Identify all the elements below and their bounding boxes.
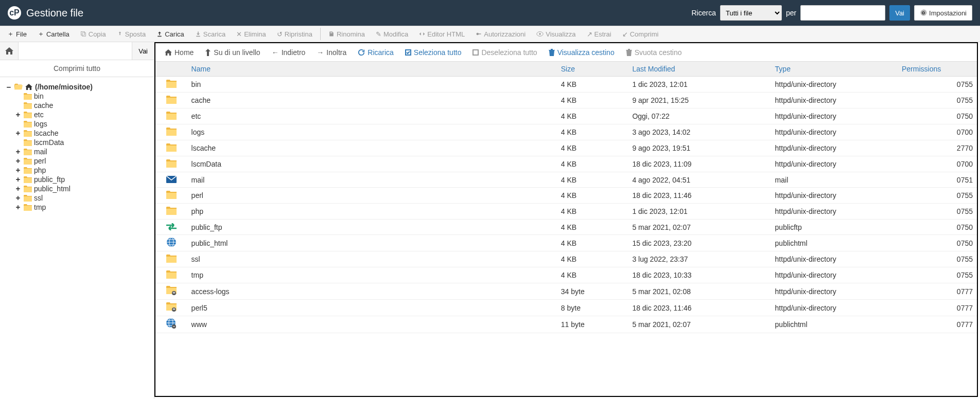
col-icon (155, 62, 187, 77)
table-row[interactable]: tmp4 KB18 dic 2023, 10:33httpd/unix-dire… (155, 267, 977, 283)
tree-item[interactable]: +php (14, 166, 149, 175)
col-modified-header[interactable]: Last Modified (628, 62, 771, 77)
expand-icon[interactable]: + (14, 194, 22, 202)
search-scope-select[interactable]: Tutti i file (720, 5, 782, 21)
view-button[interactable]: Visualizza (531, 28, 581, 40)
table-row[interactable]: etc4 KBOggi, 07:22httpd/unix-directory07… (155, 108, 977, 124)
cell-size: 11 byte (557, 316, 628, 333)
go-button[interactable]: Vai (889, 5, 910, 21)
cell-type: httpd/unix-directory (771, 251, 898, 267)
cell-type: publichtml (771, 316, 898, 333)
cell-size: 8 byte (557, 300, 628, 316)
key-icon (476, 31, 482, 37)
expand-icon[interactable]: + (14, 129, 22, 137)
expand-icon[interactable]: + (14, 175, 22, 184)
col-permissions-header[interactable]: Permissions (898, 62, 977, 77)
settings-button[interactable]: Impostazioni (914, 5, 972, 21)
table-row[interactable]: public_ftp4 KB5 mar 2021, 02:07publicftp… (155, 220, 977, 235)
move-button[interactable]: Sposta (112, 28, 151, 40)
tree-item[interactable]: +public_ftp (14, 175, 149, 184)
table-row[interactable]: perl58 byte18 dic 2023, 11:46httpd/unix-… (155, 300, 977, 316)
nav-forward-button[interactable]: →Inoltra (311, 46, 352, 59)
tree-item[interactable]: +ssl (14, 193, 149, 203)
search-input[interactable] (800, 5, 885, 21)
copy-button[interactable]: Copia (75, 28, 111, 40)
table-row[interactable]: ssl4 KB3 lug 2022, 23:37httpd/unix-direc… (155, 251, 977, 267)
nav-select-all-button[interactable]: Seleziona tutto (400, 46, 467, 59)
table-row[interactable]: cache4 KB9 apr 2021, 15:25httpd/unix-dir… (155, 93, 977, 108)
edit-button[interactable]: ✎Modifica (371, 28, 413, 40)
tree-item-label: bin (34, 92, 44, 100)
col-name-header[interactable]: Name (187, 62, 557, 77)
folder-button[interactable]: ＋Cartella (32, 27, 75, 41)
table-row[interactable]: lscmData4 KB18 dic 2023, 11:09httpd/unix… (155, 156, 977, 172)
col-size-header[interactable]: Size (557, 62, 628, 77)
table-row[interactable]: lscache4 KB9 ago 2023, 19:51httpd/unix-d… (155, 140, 977, 156)
tree-root[interactable]: − (/home/miositoe) (5, 82, 149, 92)
upload-button[interactable]: Carica (151, 28, 189, 40)
html-editor-button[interactable]: Editor HTML (414, 28, 470, 40)
folder-icon (166, 143, 177, 152)
download-button[interactable]: Scarica (190, 28, 231, 40)
expand-icon[interactable]: + (14, 148, 22, 156)
expand-icon[interactable]: + (14, 166, 22, 174)
restore-button[interactable]: ↺Ripristina (272, 28, 318, 40)
extract-button[interactable]: ↗Estrai (582, 28, 617, 40)
cell-permissions: 0755 (898, 204, 977, 220)
tree-item[interactable]: +etc (14, 110, 149, 119)
cell-name: lscmData (187, 156, 557, 172)
table-row[interactable]: www11 byte5 mar 2021, 02:07publichtml077… (155, 316, 977, 333)
expand-icon[interactable]: + (14, 203, 22, 211)
path-input[interactable] (19, 42, 132, 60)
expand-icon[interactable]: + (14, 111, 22, 119)
cell-modified: Oggi, 07:22 (628, 108, 771, 124)
table-row[interactable]: perl4 KB18 dic 2023, 11:46httpd/unix-dir… (155, 188, 977, 204)
nav-deselect-all-button[interactable]: Deseleziona tutto (467, 46, 542, 59)
table-row[interactable]: mail4 KB4 ago 2022, 04:51mail0751 (155, 172, 977, 188)
nav-empty-trash-button[interactable]: Svuota cestino (621, 46, 687, 59)
sidebar-go-button[interactable]: Vai (132, 42, 154, 60)
table-row[interactable]: access-logs34 byte5 mar 2021, 02:08httpd… (155, 283, 977, 300)
table-row[interactable]: bin4 KB1 dic 2023, 12:01httpd/unix-direc… (155, 77, 977, 93)
tree-item[interactable]: +lscache (14, 129, 149, 138)
tree-item[interactable]: +mail (14, 147, 149, 156)
cell-size: 4 KB (557, 267, 628, 283)
folder-icon (24, 194, 32, 202)
cell-size: 4 KB (557, 140, 628, 156)
expand-icon[interactable]: + (14, 157, 22, 165)
plus-icon: ＋ (38, 29, 44, 39)
folder-icon (24, 176, 32, 183)
expand-icon[interactable]: + (14, 185, 22, 193)
mail-icon (166, 175, 177, 184)
cell-permissions: 0700 (898, 156, 977, 172)
table-row[interactable]: logs4 KB3 ago 2023, 14:02httpd/unix-dire… (155, 124, 977, 140)
nav-back-button[interactable]: ←Indietro (267, 46, 311, 59)
permissions-button[interactable]: Autorizzazioni (470, 28, 531, 40)
col-type-header[interactable]: Type (771, 62, 898, 77)
compress-button[interactable]: ↙Comprimi (617, 28, 664, 40)
cell-permissions: 0751 (898, 172, 977, 188)
folder-icon (24, 157, 32, 165)
nav-up-button[interactable]: Su di un livello (200, 46, 265, 59)
tree-item[interactable]: logs (14, 119, 149, 129)
tree-item[interactable]: bin (14, 92, 149, 101)
collapse-all-button[interactable]: Comprimi tutto (0, 60, 154, 77)
table-row[interactable]: php4 KB1 dic 2023, 12:01httpd/unix-direc… (155, 204, 977, 220)
tree-item[interactable]: +perl (14, 156, 149, 166)
nav-view-trash-button[interactable]: Visualizza cestino (544, 46, 620, 59)
nav-home-button[interactable]: Home (160, 46, 199, 59)
tree-item[interactable]: lscmData (14, 138, 149, 147)
tree-item[interactable]: +public_html (14, 184, 149, 193)
tree-item[interactable]: +tmp (14, 203, 149, 212)
file-button[interactable]: ＋File (2, 27, 32, 41)
cell-type: httpd/unix-directory (771, 204, 898, 220)
sidebar-home-button[interactable] (0, 42, 19, 60)
collapse-icon[interactable]: − (5, 83, 12, 91)
rename-button[interactable]: Rinomina (323, 28, 370, 40)
table-row[interactable]: public_html4 KB15 dic 2023, 23:20publich… (155, 235, 977, 251)
for-label: per (786, 9, 796, 17)
nav-reload-button[interactable]: Ricarica (353, 46, 399, 59)
delete-button[interactable]: ✕Elimina (231, 28, 271, 40)
tree-item[interactable]: cache (14, 101, 149, 110)
cell-modified: 5 mar 2021, 02:07 (628, 316, 771, 333)
